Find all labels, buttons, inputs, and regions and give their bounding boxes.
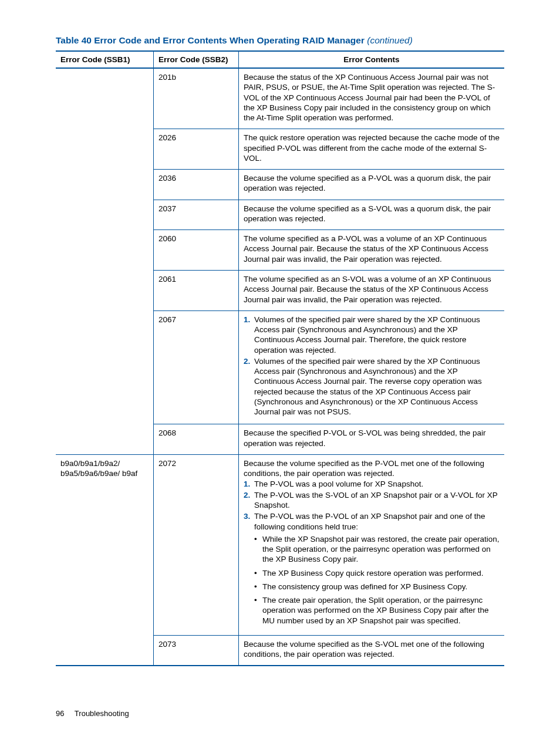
list-item: The consistency group was defined for XP… [254,582,500,592]
cell-ssb2: 2026 [154,129,239,170]
cell-contents: The volume specified as an S-VOL was a v… [239,270,505,310]
cell-ssb2: 201b [154,68,239,129]
section-title: Troubleshooting [75,709,129,718]
table-row: 201b Because the status of the XP Contin… [56,68,504,129]
bullet-list: While the XP Snapshot pair was restored,… [254,534,500,626]
table-title-text: Table 40 Error Code and Error Contents W… [56,35,365,45]
cell-intro-text: Because the volume specified as the P-VO… [244,458,500,479]
document-page: Table 40 Error Code and Error Contents W… [0,0,560,746]
table-row: 2068 Because the specified P-VOL or S-VO… [56,424,504,455]
table-row: 2026 The quick restore operation was rej… [56,129,504,170]
list-item: The P-VOL was the S-VOL of an XP Snapsho… [244,490,500,511]
cell-contents: Volumes of the specified pair were share… [239,310,505,424]
col-header-ssb1: Error Code (SSB1) [56,51,154,68]
list-item: Volumes of the specified pair were share… [244,356,500,417]
cell-ssb2: 2073 [154,635,239,666]
cell-ssb2: 2061 [154,270,239,310]
list-item: The create pair operation, the Split ope… [254,595,500,626]
cell-contents: The volume specified as a P-VOL was a vo… [239,230,505,271]
cell-ssb1 [56,170,154,200]
cell-contents: Because the volume specified as the S-VO… [239,635,505,666]
table-row: 2073 Because the volume specified as the… [56,635,504,666]
list-item: The P-VOL was the P-VOL of an XP Snapsho… [244,511,500,532]
list-item: Volumes of the specified pair were share… [244,315,500,355]
page-footer: 96 Troubleshooting [56,709,129,718]
cell-ssb2: 2060 [154,230,239,271]
cell-ssb2: 2037 [154,200,239,230]
cell-ssb1 [56,635,154,666]
list-item: While the XP Snapshot pair was restored,… [254,534,500,565]
cell-contents: Because the volume specified as the P-VO… [239,454,505,635]
ordered-list: The P-VOL was a pool volume for XP Snaps… [244,479,500,532]
cell-ssb1 [56,310,154,424]
cell-contents: Because the status of the XP Continuous … [239,68,505,129]
table-title: Table 40 Error Code and Error Contents W… [56,35,504,46]
cell-ssb2: 2072 [154,454,239,635]
cell-ssb2: 2067 [154,310,239,424]
cell-contents: Because the volume specified as a S-VOL … [239,200,505,230]
col-header-contents: Error Contents [239,51,505,68]
cell-contents: The quick restore operation was rejected… [239,129,505,170]
cell-ssb1 [56,200,154,230]
table-row: 2036 Because the volume specified as a P… [56,170,504,200]
table-row: 2060 The volume specified as a P-VOL was… [56,230,504,271]
col-header-ssb2: Error Code (SSB2) [154,51,239,68]
table-row: 2061 The volume specified as an S-VOL wa… [56,270,504,310]
cell-ssb2: 2068 [154,424,239,455]
cell-contents: Because the specified P-VOL or S-VOL was… [239,424,505,455]
list-item: The P-VOL was a pool volume for XP Snaps… [244,479,500,489]
ordered-list: Volumes of the specified pair were share… [244,315,500,417]
cell-ssb1 [56,68,154,129]
cell-contents: Because the volume specified as a P-VOL … [239,170,505,200]
cell-ssb1 [56,230,154,271]
table-row: 2037 Because the volume specified as a S… [56,200,504,230]
cell-ssb1 [56,129,154,170]
table-title-continued: (continued) [367,35,413,45]
table-row: 2067 Volumes of the specified pair were … [56,310,504,424]
table-header-row: Error Code (SSB1) Error Code (SSB2) Erro… [56,51,504,68]
table-row: b9a0/b9a1/b9a2/ b9a5/b9a6/b9ae/ b9af 207… [56,454,504,635]
list-item: The XP Business Copy quick restore opera… [254,568,500,578]
page-number: 96 [56,709,64,718]
error-code-table: Error Code (SSB1) Error Code (SSB2) Erro… [56,50,504,666]
cell-ssb1 [56,424,154,455]
cell-ssb1 [56,270,154,310]
cell-ssb1: b9a0/b9a1/b9a2/ b9a5/b9a6/b9ae/ b9af [56,454,154,635]
cell-ssb2: 2036 [154,170,239,200]
